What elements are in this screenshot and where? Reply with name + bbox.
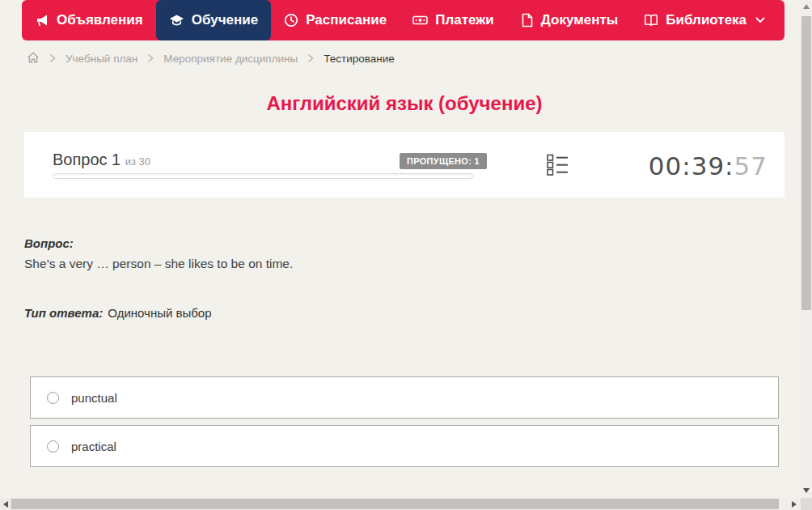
nav-tab-announcements[interactable]: Объявления	[22, 0, 156, 40]
horizontal-scrollbar-thumb[interactable]	[11, 499, 779, 509]
question-number-label: Вопрос 1	[53, 151, 121, 168]
timer-hours-minutes: 00:39:	[649, 151, 734, 181]
answer-option-label: punctual	[71, 391, 117, 405]
page-title: Английский язык (обучение)	[0, 92, 809, 115]
scroll-left-arrow-icon	[3, 501, 8, 508]
open-book-icon	[644, 13, 658, 28]
chevron-right-icon	[147, 53, 154, 63]
question-number: Вопрос 1 из 30	[53, 151, 150, 169]
chevron-down-icon	[755, 17, 765, 23]
nav-tab-library[interactable]: Библиотека	[631, 0, 778, 40]
nav-tab-label: Обучение	[192, 12, 258, 28]
scrollbar-corner	[801, 498, 812, 510]
nav-tab-schedule[interactable]: Расписание	[271, 0, 400, 40]
nav-tab-label: Документы	[541, 12, 619, 28]
nav-tab-learning[interactable]: Обучение	[156, 0, 271, 40]
chevron-right-icon	[307, 53, 314, 63]
breadcrumb: Учебный план Мероприятие дисциплины Тест…	[27, 50, 395, 66]
exam-timer: 00:39:57	[649, 151, 768, 181]
vertical-scrollbar-thumb[interactable]	[801, 16, 811, 310]
answer-option-practical[interactable]: practical	[30, 425, 779, 467]
home-icon[interactable]	[27, 51, 40, 66]
question-header-card: Вопрос 1 из 30 ПРОПУЩЕНО: 1 00:39:57	[24, 132, 785, 198]
nav-tab-label: Расписание	[306, 12, 387, 28]
answer-type-label: Тип ответа:	[24, 306, 103, 320]
radio-button[interactable]	[47, 440, 59, 453]
question-progress-bar	[53, 173, 473, 179]
banknote-icon	[412, 13, 428, 28]
nav-tab-label: Объявления	[57, 12, 143, 28]
scroll-left-button[interactable]	[0, 499, 11, 509]
question-list-button[interactable]	[546, 155, 568, 178]
breadcrumb-curriculum[interactable]: Учебный план	[66, 53, 137, 65]
question-heading: Вопрос:	[24, 236, 74, 250]
scroll-right-arrow-icon[interactable]	[792, 501, 797, 508]
answer-type-value: Одиночный выбор	[108, 306, 211, 320]
document-icon	[520, 13, 534, 28]
main-nav: Объявления Обучение Расписание Платежи Д…	[22, 0, 785, 40]
answer-option-label: practical	[71, 440, 116, 453]
vertical-scrollbar[interactable]	[801, 0, 812, 498]
scroll-down-arrow-icon[interactable]	[803, 488, 810, 493]
radio-button[interactable]	[47, 392, 59, 404]
horizontal-scrollbar[interactable]	[0, 498, 801, 510]
megaphone-icon	[35, 13, 49, 28]
question-total-label: из 30	[125, 155, 150, 168]
nav-tab-label: Платежи	[435, 12, 494, 28]
nav-tab-label: Библиотека	[666, 12, 746, 28]
nav-tab-documents[interactable]: Документы	[507, 0, 632, 40]
answer-option-punctual[interactable]: punctual	[30, 376, 779, 419]
timer-seconds: 57	[734, 151, 768, 181]
nav-tab-payments[interactable]: Платежи	[400, 0, 507, 40]
graduation-cap-icon	[169, 13, 184, 28]
question-list-icon	[547, 154, 568, 180]
breadcrumb-discipline-event[interactable]: Мероприятие дисциплины	[163, 53, 298, 65]
breadcrumb-testing: Тестирование	[324, 53, 395, 65]
scroll-up-arrow-icon[interactable]	[803, 4, 810, 9]
clock-icon	[284, 13, 298, 28]
skipped-badge: ПРОПУЩЕНО: 1	[400, 153, 487, 169]
chevron-right-icon	[49, 53, 56, 63]
question-text: She’s a very … person – she likes to be …	[24, 257, 293, 271]
answer-type-row: Тип ответа:Одиночный выбор	[24, 306, 212, 320]
